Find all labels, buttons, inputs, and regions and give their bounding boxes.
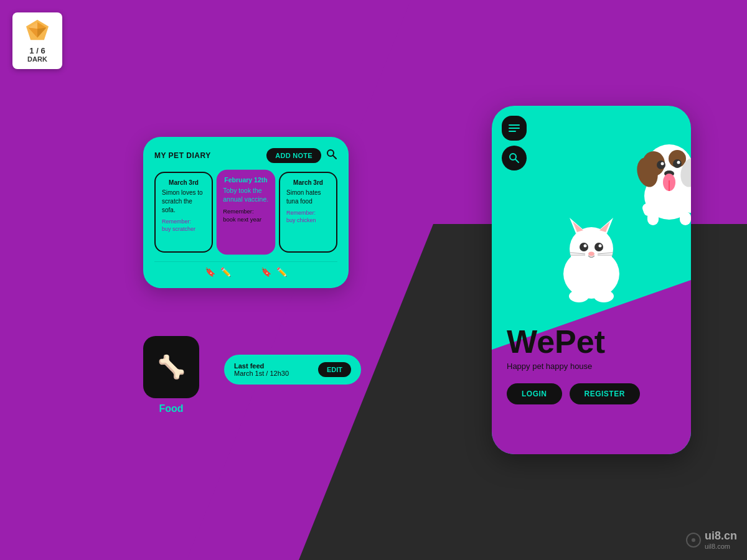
- diary-card: MY PET DIARY ADD NOTE March 3rd Simon lo…: [143, 137, 349, 288]
- last-feed-widget: Last feed March 1st / 12h30 EDIT: [224, 355, 361, 385]
- wepet-search-icon: [509, 152, 520, 164]
- dog-figure: [629, 128, 691, 227]
- note-3-body: Simon hates tuna food: [286, 189, 330, 206]
- svg-line-7: [333, 156, 336, 159]
- svg-point-11: [570, 227, 613, 271]
- diary-header: MY PET DIARY ADD NOTE: [154, 148, 337, 163]
- svg-point-17: [594, 243, 603, 251]
- add-note-button[interactable]: ADD NOTE: [266, 148, 321, 163]
- wepet-brand: WePet: [507, 325, 640, 358]
- note-2-date: February 12th: [223, 176, 269, 184]
- animals-area: [529, 124, 691, 311]
- note-card-1[interactable]: March 3rd Simon loves to scratch the sof…: [154, 172, 213, 253]
- hamburger-icon: [509, 124, 520, 132]
- wepet-card: WePet Happy pet happy house LOGIN REGIST…: [492, 106, 691, 454]
- note-card-3[interactable]: March 3rd Simon hates tuna food Remember…: [279, 172, 337, 253]
- svg-point-35: [661, 162, 664, 166]
- svg-point-25: [569, 290, 589, 302]
- edit-icon[interactable]: ✏️: [220, 267, 231, 277]
- svg-point-20: [588, 252, 594, 256]
- note-1-body: Simon loves to scratch the sofa.: [162, 189, 205, 215]
- edit-icon-2[interactable]: ✏️: [276, 267, 287, 277]
- diary-footer-icons: 🔖 ✏️ 🔖 ✏️: [154, 261, 337, 277]
- last-feed-pill: Last feed March 1st / 12h30 EDIT: [224, 355, 361, 385]
- watermark-circle: [686, 533, 701, 548]
- wepet-text-area: WePet Happy pet happy house LOGIN REGIST…: [507, 325, 640, 404]
- last-feed-time: March 1st / 12h30: [234, 370, 308, 377]
- last-feed-info: Last feed March 1st / 12h30: [234, 362, 308, 377]
- sketch-diamond-icon: [26, 19, 49, 41]
- wepet-tagline: Happy pet happy house: [507, 362, 640, 371]
- svg-point-33: [657, 161, 665, 169]
- food-icon-box: 🦴: [143, 336, 199, 398]
- svg-point-34: [673, 159, 682, 168]
- svg-line-9: [515, 159, 519, 162]
- svg-rect-41: [680, 212, 691, 225]
- wepet-menu-button[interactable]: [502, 116, 527, 141]
- wepet-search-button[interactable]: [502, 146, 527, 170]
- cat-figure: [548, 212, 635, 305]
- search-icon: [326, 149, 337, 160]
- wepet-topbar: [502, 116, 527, 170]
- note-2-body: Toby took the annual vaccine.: [223, 186, 269, 204]
- search-button[interactable]: [326, 149, 337, 162]
- svg-point-16: [580, 243, 588, 251]
- register-button[interactable]: REGISTER: [570, 383, 640, 404]
- bone-icon: 🦴: [157, 354, 186, 380]
- sketch-badge: 1 / 6 DARK: [12, 12, 62, 69]
- note-1-remember: Remember: buy scratcher: [162, 218, 205, 233]
- diary-actions: ADD NOTE: [266, 148, 337, 163]
- notes-row: March 3rd Simon loves to scratch the sof…: [154, 172, 337, 253]
- svg-point-19: [599, 245, 602, 248]
- watermark: ui8.cn uil8.com: [686, 530, 737, 550]
- login-button[interactable]: LOGIN: [507, 383, 562, 404]
- note-3-date: March 3rd: [286, 179, 330, 186]
- note-2-remember: Remember: book next year: [223, 208, 269, 224]
- bookmark-icon[interactable]: 🔖: [205, 267, 215, 277]
- svg-point-26: [594, 290, 614, 302]
- bookmark-icon-2[interactable]: 🔖: [261, 267, 271, 277]
- note-card-2[interactable]: February 12th Toby took the annual vacci…: [217, 170, 276, 255]
- wepet-auth-buttons: LOGIN REGISTER: [507, 383, 640, 404]
- last-feed-title: Last feed: [234, 362, 308, 370]
- food-widget[interactable]: 🦴 Food: [143, 336, 199, 414]
- diary-title: MY PET DIARY: [154, 151, 211, 160]
- note-1-date: March 3rd: [162, 179, 205, 186]
- sketch-mode: DARK: [21, 55, 54, 63]
- svg-point-36: [677, 161, 680, 164]
- note-3-remember: Remember: buy chicken: [286, 210, 330, 224]
- edit-button[interactable]: EDIT: [318, 362, 351, 377]
- sketch-page-number: 1 / 6: [21, 46, 54, 55]
- svg-point-18: [584, 245, 587, 248]
- food-label: Food: [159, 403, 183, 414]
- watermark-text: ui8.cn uil8.com: [705, 530, 737, 550]
